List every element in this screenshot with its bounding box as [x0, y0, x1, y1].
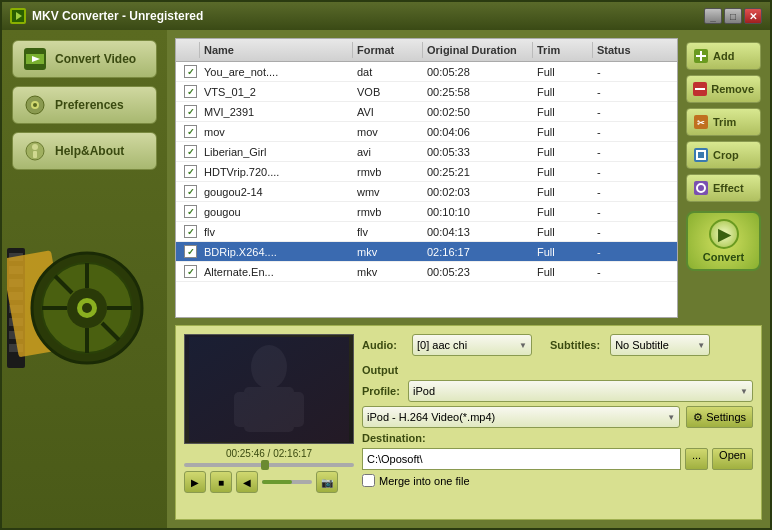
row-check[interactable]: [180, 103, 200, 120]
row-check[interactable]: [180, 63, 200, 80]
convert-video-button[interactable]: Convert Video: [12, 40, 157, 78]
table-row[interactable]: You_are_not.... dat 00:05:28 Full -: [176, 62, 677, 82]
row-check[interactable]: [180, 203, 200, 220]
table-row[interactable]: gougou rmvb 00:10:10 Full -: [176, 202, 677, 222]
file-checkbox[interactable]: [184, 145, 197, 158]
merge-label: Merge into one file: [379, 475, 470, 487]
file-checkbox[interactable]: [184, 85, 197, 98]
table-row[interactable]: flv flv 00:04:13 Full -: [176, 222, 677, 242]
row-status: -: [593, 64, 673, 80]
subtitle-select[interactable]: No Subtitle ▼: [610, 334, 710, 356]
preferences-button[interactable]: Preferences: [12, 86, 157, 124]
row-check[interactable]: [180, 183, 200, 200]
convert-button[interactable]: ▶ Convert: [686, 211, 761, 271]
stop-button[interactable]: ■: [210, 471, 232, 493]
row-check[interactable]: [180, 163, 200, 180]
play-button[interactable]: ▶: [184, 471, 206, 493]
row-trim: Full: [533, 244, 593, 260]
help-about-button[interactable]: Help&About: [12, 132, 157, 170]
file-checkbox[interactable]: [184, 65, 197, 78]
table-row[interactable]: HDTVrip.720.... rmvb 00:25:21 Full -: [176, 162, 677, 182]
remove-button[interactable]: Remove: [686, 75, 761, 103]
file-checkbox[interactable]: [184, 245, 197, 258]
merge-row: Merge into one file: [362, 474, 753, 487]
snapshot-button[interactable]: 📷: [316, 471, 338, 493]
settings-label: Settings: [706, 411, 746, 423]
row-duration: 00:04:13: [423, 224, 533, 240]
format-select[interactable]: iPod - H.264 Video(*.mp4) ▼: [362, 406, 680, 428]
table-row[interactable]: VTS_01_2 VOB 00:25:58 Full -: [176, 82, 677, 102]
row-format: AVI: [353, 104, 423, 120]
row-status: -: [593, 224, 673, 240]
row-duration: 00:04:06: [423, 124, 533, 140]
file-checkbox[interactable]: [184, 205, 197, 218]
right-area: Name Format Original Duration Trim Statu…: [167, 30, 770, 528]
row-check[interactable]: [180, 83, 200, 100]
main-window: MKV Converter - Unregistered _ □ ✕ Conve…: [0, 0, 772, 530]
convert-video-label: Convert Video: [55, 52, 136, 66]
settings-button[interactable]: ⚙ Settings: [686, 406, 753, 428]
seek-handle[interactable]: [261, 460, 269, 470]
destination-input[interactable]: [362, 448, 681, 470]
dest-input-row: ... Open: [362, 448, 753, 470]
effect-label: Effect: [713, 182, 744, 194]
row-duration: 00:05:23: [423, 264, 533, 280]
add-button[interactable]: Add: [686, 42, 761, 70]
playback-controls: ▶ ■ ◀ 📷: [184, 471, 354, 493]
effect-button[interactable]: Effect: [686, 174, 761, 202]
format-arrow: ▼: [667, 413, 675, 422]
table-row[interactable]: Alternate.En... mkv 00:05:23 Full -: [176, 262, 677, 282]
row-check[interactable]: [180, 243, 200, 260]
row-check[interactable]: [180, 123, 200, 140]
file-checkbox[interactable]: [184, 185, 197, 198]
prev-frame-button[interactable]: ◀: [236, 471, 258, 493]
table-row[interactable]: BDRip.X264.... mkv 02:16:17 Full -: [176, 242, 677, 262]
row-trim: Full: [533, 104, 593, 120]
file-checkbox[interactable]: [184, 125, 197, 138]
profile-select[interactable]: iPod ▼: [408, 380, 753, 402]
file-checkbox[interactable]: [184, 225, 197, 238]
crop-button[interactable]: Crop: [686, 141, 761, 169]
row-status: -: [593, 264, 673, 280]
row-trim: Full: [533, 84, 593, 100]
maximize-button[interactable]: □: [724, 8, 742, 24]
settings-gear-icon: ⚙: [693, 411, 703, 424]
row-name: flv: [200, 224, 353, 240]
audio-subtitle-row: Audio: [0] aac chi ▼ Subtitles: No Subti…: [362, 334, 753, 356]
audio-arrow: ▼: [519, 341, 527, 350]
open-button[interactable]: Open: [712, 448, 753, 470]
remove-icon: [693, 81, 707, 97]
close-button[interactable]: ✕: [744, 8, 762, 24]
add-label: Add: [713, 50, 734, 62]
audio-select[interactable]: [0] aac chi ▼: [412, 334, 532, 356]
destination-row: Destination:: [362, 432, 753, 444]
row-format: avi: [353, 144, 423, 160]
file-checkbox[interactable]: [184, 105, 197, 118]
row-check[interactable]: [180, 223, 200, 240]
row-check[interactable]: [180, 263, 200, 280]
format-row: iPod - H.264 Video(*.mp4) ▼ ⚙ Settings: [362, 406, 753, 428]
table-row[interactable]: mov mov 00:04:06 Full -: [176, 122, 677, 142]
trim-button[interactable]: ✂ Trim: [686, 108, 761, 136]
table-row[interactable]: Liberian_Girl avi 00:05:33 Full -: [176, 142, 677, 162]
row-format: mkv: [353, 264, 423, 280]
seek-bar[interactable]: [184, 463, 354, 467]
row-check[interactable]: [180, 143, 200, 160]
row-duration: 00:02:03: [423, 184, 533, 200]
window-title: MKV Converter - Unregistered: [32, 9, 203, 23]
crop-label: Crop: [713, 149, 739, 161]
row-status: -: [593, 244, 673, 260]
file-checkbox[interactable]: [184, 165, 197, 178]
row-duration: 00:10:10: [423, 204, 533, 220]
volume-bar[interactable]: [262, 480, 312, 484]
minimize-button[interactable]: _: [704, 8, 722, 24]
table-row[interactable]: gougou2-14 wmv 00:02:03 Full -: [176, 182, 677, 202]
file-checkbox[interactable]: [184, 265, 197, 278]
merge-checkbox[interactable]: [362, 474, 375, 487]
profile-arrow: ▼: [740, 387, 748, 396]
row-name: You_are_not....: [200, 64, 353, 80]
row-duration: 00:25:21: [423, 164, 533, 180]
table-row[interactable]: MVI_2391 AVI 00:02:50 Full -: [176, 102, 677, 122]
row-duration: 00:05:28: [423, 64, 533, 80]
browse-button[interactable]: ...: [685, 448, 708, 470]
